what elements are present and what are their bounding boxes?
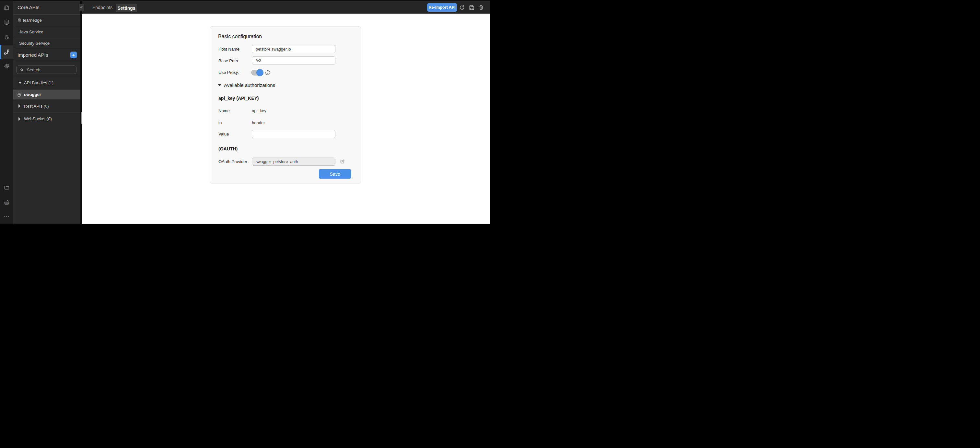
rail-item-java[interactable] bbox=[0, 30, 13, 43]
search-input[interactable] bbox=[16, 66, 76, 73]
icon-rail: LOG bbox=[0, 0, 13, 224]
trash-icon[interactable] bbox=[478, 4, 485, 11]
tree-item-label: API Bundles (1) bbox=[24, 80, 54, 85]
in-label: in bbox=[218, 120, 222, 125]
available-authorizations-title: Available authorizations bbox=[224, 82, 275, 88]
sidebar-scrollbar[interactable] bbox=[81, 112, 82, 124]
save-button[interactable]: Save bbox=[319, 169, 351, 179]
tab-settings[interactable]: Settings bbox=[116, 3, 137, 12]
tree-item-websocket[interactable]: WebSocket (0) bbox=[13, 113, 80, 125]
rail-item-files[interactable] bbox=[0, 181, 13, 194]
rail-item-more[interactable] bbox=[0, 210, 13, 223]
sidebar-item-security-service[interactable]: Security Service bbox=[13, 38, 80, 49]
base-path-label: Base Path bbox=[218, 58, 238, 63]
imported-apis-header: Imported APIs + bbox=[13, 49, 80, 61]
help-glyph: ? bbox=[267, 71, 268, 74]
tree-item-api-bundles[interactable]: API Bundles (1) bbox=[13, 76, 80, 90]
add-api-button[interactable]: + bbox=[70, 51, 77, 58]
chevron-down-icon bbox=[218, 84, 221, 86]
sidebar: Core APIs learnedge Java Service Securit… bbox=[13, 0, 80, 224]
chevron-down-icon bbox=[19, 82, 22, 84]
edit-icon bbox=[340, 159, 345, 164]
imported-apis-label: Imported APIs bbox=[18, 52, 48, 58]
settings-card: Basic configuration Host Name Base Path … bbox=[210, 26, 361, 183]
chevron-right-icon bbox=[19, 117, 21, 121]
sidebar-item-label: Security Service bbox=[19, 41, 49, 46]
rail-item-documents[interactable] bbox=[0, 1, 13, 14]
save-icon[interactable] bbox=[468, 4, 475, 11]
sidebar-item-label: learnedge bbox=[23, 18, 42, 23]
search-box bbox=[16, 65, 76, 74]
api-file-icon: API bbox=[17, 92, 22, 97]
collapse-sidebar-button[interactable]: « bbox=[79, 4, 84, 11]
more-dots-icon bbox=[3, 214, 10, 220]
chevron-right-icon bbox=[19, 104, 21, 108]
log-file-icon: LOG bbox=[3, 199, 10, 206]
tree-item-label: WebSocket (0) bbox=[24, 116, 52, 121]
tree-item-rest-apis[interactable]: Rest APIs (0) bbox=[13, 99, 80, 113]
app-window: Endpoints Settings Re-Import API Basic c… bbox=[0, 0, 490, 224]
database-icon bbox=[3, 19, 10, 25]
rail-item-apis[interactable] bbox=[0, 45, 13, 59]
value-label: Value bbox=[218, 132, 229, 137]
coffee-cup-icon bbox=[3, 34, 10, 40]
host-name-input[interactable] bbox=[252, 45, 336, 53]
name-label: Name bbox=[218, 108, 230, 113]
api-key-heading: api_key (API_KEY) bbox=[218, 96, 259, 101]
toggle-knob bbox=[256, 69, 264, 76]
oauth-provider-input bbox=[252, 158, 336, 166]
in-value: header bbox=[252, 120, 265, 125]
use-proxy-label: Use Proxy: bbox=[218, 70, 239, 75]
tree-item-label: swagger bbox=[24, 92, 41, 97]
main-content: Basic configuration Host Name Base Path … bbox=[82, 14, 490, 224]
tree-item-label: Rest APIs (0) bbox=[24, 104, 49, 108]
basic-configuration-heading: Basic configuration bbox=[218, 34, 262, 40]
oauth-provider-label: OAuth Provider bbox=[218, 159, 247, 164]
api-key-value-input[interactable] bbox=[252, 130, 336, 138]
gear-icon bbox=[3, 63, 10, 69]
tab-endpoints[interactable]: Endpoints bbox=[92, 1, 113, 14]
refresh-icon[interactable] bbox=[458, 4, 465, 11]
svg-text:API: API bbox=[18, 94, 20, 96]
window-top-edge bbox=[0, 0, 490, 1]
sidebar-item-learnedge[interactable]: learnedge bbox=[13, 14, 80, 26]
search-section bbox=[13, 61, 80, 76]
folder-icon bbox=[3, 185, 10, 191]
sidebar-title: Core APIs bbox=[13, 0, 80, 14]
rail-item-settings[interactable] bbox=[0, 60, 13, 73]
available-authorizations-section[interactable]: Available authorizations bbox=[218, 82, 275, 88]
sidebar-item-label: Java Service bbox=[19, 30, 43, 34]
host-name-label: Host Name bbox=[218, 47, 240, 51]
api-flow-icon bbox=[3, 49, 10, 55]
oauth-heading: (OAUTH) bbox=[218, 146, 237, 151]
help-icon[interactable]: ? bbox=[266, 70, 270, 75]
base-path-input[interactable] bbox=[252, 56, 336, 64]
documents-icon bbox=[3, 5, 10, 11]
tree-item-swagger[interactable]: API swagger bbox=[13, 90, 80, 99]
edit-provider-button[interactable] bbox=[339, 158, 345, 164]
name-value: api_key bbox=[252, 108, 266, 113]
rail-item-database[interactable] bbox=[0, 16, 13, 29]
sidebar-item-java-service[interactable]: Java Service bbox=[13, 26, 80, 38]
rail-item-logs[interactable]: LOG bbox=[0, 196, 13, 209]
database-icon bbox=[17, 18, 22, 23]
svg-text:LOG: LOG bbox=[5, 202, 8, 204]
use-proxy-toggle[interactable] bbox=[251, 70, 263, 75]
reimport-api-button[interactable]: Re-Import API bbox=[427, 3, 457, 12]
